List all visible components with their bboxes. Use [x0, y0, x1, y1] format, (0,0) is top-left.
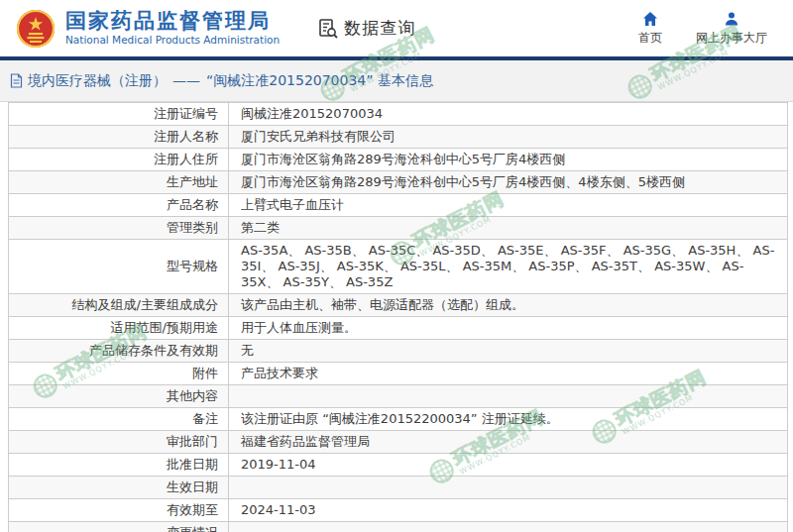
table-row: 管理类别第二类	[9, 216, 787, 239]
nav-home[interactable]: 首页	[638, 11, 662, 47]
row-value: 厦门安氏兄弟科技有限公司	[229, 126, 787, 148]
table-row: 适用范围/预期用途用于人体血压测量。	[9, 316, 787, 339]
nav-online-hall-label: 网上办事大厅	[696, 30, 767, 47]
table-row: 审批部门福建省药品监督管理局	[9, 430, 787, 453]
org-name-en: National Medical Products Administration	[65, 35, 280, 47]
row-value: 产品技术要求	[229, 363, 787, 384]
row-value: 该注册证由原 “闽械注准20152200034” 注册证延续。	[229, 408, 787, 430]
row-label: 审批部门	[9, 431, 229, 453]
row-label-text: 变更情况	[167, 525, 218, 532]
table-row: 生效日期	[9, 476, 787, 498]
row-label-text: 产品储存条件及有效期	[89, 343, 218, 359]
table-row: 产品名称上臂式电子血压计	[9, 193, 787, 216]
table-row: 注册人名称厦门安氏兄弟科技有限公司	[9, 125, 787, 148]
row-label: 管理类别	[9, 217, 229, 239]
registration-detail-table: 注册证编号闽械注准20152070034注册人名称厦门安氏兄弟科技有限公司注册人…	[8, 102, 788, 532]
table-row: 产品储存条件及有效期无	[9, 339, 787, 362]
top-nav: 首页 网上办事大厅	[638, 11, 767, 47]
row-label: 注册人名称	[9, 126, 229, 148]
row-value: AS-35A、 AS-35B、 AS-35C、 AS-35D、 AS-35E、 …	[229, 240, 787, 293]
row-label-text: 生产地址	[167, 174, 218, 190]
row-label-text: 管理类别	[167, 220, 218, 236]
row-label: 批准日期	[9, 454, 229, 476]
row-label: 注册人住所	[9, 149, 229, 170]
row-value: 2019-11-04	[229, 454, 787, 476]
row-value: 上臂式电子血压计	[229, 194, 787, 216]
row-label-text: 注册证编号	[154, 106, 218, 122]
row-label: 注册证编号	[9, 103, 229, 125]
row-label: 附件	[9, 363, 229, 384]
row-label: 适用范围/预期用途	[9, 317, 229, 339]
row-value: 用于人体血压测量。	[229, 317, 787, 339]
row-value	[229, 385, 787, 407]
table-row: 其他内容	[9, 384, 787, 407]
row-label-text: 备注	[192, 411, 218, 427]
user-icon	[724, 11, 739, 27]
row-value: 第二类	[229, 217, 787, 239]
row-value	[229, 477, 787, 498]
breadcrumb-category[interactable]: 境内医疗器械（注册）	[28, 72, 167, 88]
section-title: 数据查询	[344, 17, 415, 40]
row-label-text: 审批部门	[167, 434, 218, 450]
breadcrumb-bar: 境内医疗器械（注册）——“闽械注准20152070034” 基本信息	[0, 60, 793, 102]
org-title-block: 国家药品监督管理局 National Medical Products Admi…	[65, 10, 280, 47]
data-query-section: 数据查询	[317, 17, 415, 40]
table-row: 结构及组成/主要组成成分该产品由主机、袖带、电源适配器（选配）组成。	[9, 293, 787, 316]
row-label: 产品名称	[9, 194, 229, 216]
row-value: 闽械注准20152070034	[229, 103, 787, 125]
row-label: 产品储存条件及有效期	[9, 340, 229, 362]
row-label: 型号规格	[9, 240, 229, 293]
nav-home-label: 首页	[638, 30, 662, 47]
row-label-text: 产品名称	[167, 197, 218, 213]
table-row: 生产地址厦门市海沧区翁角路289号海沧科创中心5号厂房4楼西侧、4楼东侧、5楼西…	[9, 170, 787, 193]
row-label-text: 附件	[192, 366, 218, 381]
national-emblem-icon	[16, 9, 56, 49]
row-value: 厦门市海沧区翁角路289号海沧科创中心5号厂房4楼西侧、4楼东侧、5楼西侧	[229, 171, 787, 193]
row-label: 变更情况	[9, 522, 229, 532]
table-row: 注册证编号闽械注准20152070034	[9, 102, 787, 125]
table-row: 型号规格AS-35A、 AS-35B、 AS-35C、 AS-35D、 AS-3…	[9, 239, 787, 293]
breadcrumb-current: “闽械注准20152070034” 基本信息	[206, 72, 433, 88]
table-row: 备注该注册证由原 “闽械注准20152200034” 注册证延续。	[9, 407, 787, 430]
table-row: 附件产品技术要求	[9, 362, 787, 384]
row-label-text: 其他内容	[167, 388, 218, 404]
row-label: 有效期至	[9, 499, 229, 521]
home-icon	[642, 11, 658, 27]
row-label-text: 有效期至	[167, 502, 218, 518]
breadcrumb-separator: ——	[172, 72, 200, 88]
table-row: 变更情况	[9, 521, 787, 532]
row-value: 该产品由主机、袖带、电源适配器（选配）组成。	[229, 294, 787, 316]
table-row: 有效期至2024-11-03	[9, 498, 787, 521]
row-label-text: 型号规格	[167, 259, 218, 274]
row-label: 生效日期	[9, 477, 229, 498]
row-label: 其他内容	[9, 385, 229, 407]
row-label-text: 适用范围/预期用途	[111, 320, 218, 336]
row-label-text: 批准日期	[167, 457, 218, 473]
row-value: 厦门市海沧区翁角路289号海沧科创中心5号厂房4楼西侧	[229, 149, 787, 170]
page-header: 国家药品监督管理局 National Medical Products Admi…	[0, 0, 793, 56]
row-label: 生产地址	[9, 171, 229, 193]
row-label-text: 结构及组成/主要组成成分	[72, 297, 218, 313]
row-value: 福建省药品监督管理局	[229, 431, 787, 453]
table-row: 注册人住所厦门市海沧区翁角路289号海沧科创中心5号厂房4楼西侧	[9, 148, 787, 170]
row-label-text: 生效日期	[167, 479, 218, 495]
row-label-text: 注册人住所	[154, 152, 218, 167]
table-row: 批准日期2019-11-04	[9, 453, 787, 476]
row-value: 无	[229, 340, 787, 362]
nav-online-hall[interactable]: 网上办事大厅	[696, 11, 767, 47]
org-name-cn: 国家药品监督管理局	[65, 10, 280, 33]
row-value	[229, 522, 787, 532]
document-icon	[10, 73, 23, 88]
row-label: 备注	[9, 408, 229, 430]
row-label-text: 注册人名称	[154, 129, 218, 145]
row-value: 2024-11-03	[229, 499, 787, 521]
breadcrumb: 境内医疗器械（注册）——“闽械注准20152070034” 基本信息	[28, 72, 433, 90]
data-query-icon	[317, 18, 339, 40]
row-label: 结构及组成/主要组成成分	[9, 294, 229, 316]
